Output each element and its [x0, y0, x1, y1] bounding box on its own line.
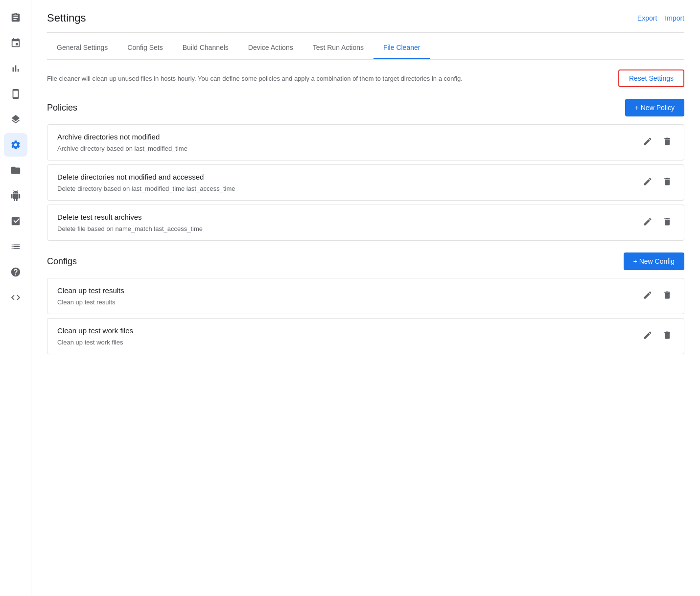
new-policy-button[interactable]: + New Policy — [625, 99, 684, 116]
sidebar-item-device[interactable] — [4, 82, 27, 106]
sidebar-item-chart[interactable] — [4, 57, 27, 80]
export-link[interactable]: Export — [637, 14, 657, 22]
policy-3-edit-button[interactable] — [641, 215, 654, 231]
policy-card-3-content: Delete test result archives Delete file … — [57, 213, 203, 232]
page-header: Settings Export Import — [47, 0, 684, 33]
policy-card-2-content: Delete directories not modified and acce… — [57, 173, 235, 192]
configs-section-header: Configs + New Config — [47, 252, 684, 270]
config-1-actions — [641, 288, 674, 304]
tab-file-cleaner[interactable]: File Cleaner — [373, 37, 430, 59]
policy-1-actions — [641, 135, 674, 151]
sidebar — [0, 0, 31, 596]
tabs-bar: General Settings Config Sets Build Chann… — [47, 37, 684, 60]
policy-1-delete-button[interactable] — [660, 135, 674, 151]
config-card-1-content: Clean up test results Clean up test resu… — [57, 286, 124, 306]
config-card-2-content: Clean up test work files Clean up test w… — [57, 326, 133, 346]
config-card-1: Clean up test results Clean up test resu… — [47, 278, 684, 314]
main-content: Settings Export Import General Settings … — [31, 0, 700, 596]
sidebar-item-calendar[interactable] — [4, 31, 27, 55]
configs-title: Configs — [47, 256, 77, 267]
config-2-delete-button[interactable] — [660, 328, 674, 344]
config-2-actions — [641, 328, 674, 344]
policy-3-actions — [641, 215, 674, 231]
tab-device-actions[interactable]: Device Actions — [238, 37, 303, 59]
policy-2-edit-button[interactable] — [641, 175, 654, 191]
policy-1-subtitle: Archive directory based on last_modified… — [57, 145, 187, 152]
policy-card-2: Delete directories not modified and acce… — [47, 164, 684, 201]
policies-title: Policies — [47, 103, 77, 113]
config-card-2: Clean up test work files Clean up test w… — [47, 318, 684, 354]
config-1-subtitle: Clean up test results — [57, 298, 124, 306]
policy-3-title: Delete test result archives — [57, 213, 203, 221]
config-2-subtitle: Clean up test work files — [57, 339, 133, 346]
page-title: Settings — [47, 12, 86, 24]
config-2-title: Clean up test work files — [57, 326, 133, 335]
tab-general-settings[interactable]: General Settings — [47, 37, 117, 59]
header-actions: Export Import — [637, 14, 684, 22]
sidebar-item-monitoring[interactable] — [4, 209, 27, 233]
description-bar: File cleaner will clean up unused files … — [47, 69, 684, 87]
sidebar-item-android[interactable] — [4, 184, 27, 207]
sidebar-item-list[interactable] — [4, 235, 27, 258]
sidebar-item-code[interactable] — [4, 286, 27, 309]
policy-3-subtitle: Delete file based on name_match last_acc… — [57, 225, 203, 232]
sidebar-item-help[interactable] — [4, 260, 27, 284]
config-1-edit-button[interactable] — [641, 288, 654, 304]
policy-2-delete-button[interactable] — [660, 175, 674, 191]
sidebar-item-clipboard[interactable] — [4, 6, 27, 29]
policy-1-title: Archive directories not modified — [57, 133, 187, 141]
description-text: File cleaner will clean up unused files … — [47, 75, 610, 82]
policy-card-1: Archive directories not modified Archive… — [47, 124, 684, 160]
policy-2-subtitle: Delete directory based on last_modified_… — [57, 185, 235, 192]
policy-3-delete-button[interactable] — [660, 215, 674, 231]
content-area: File cleaner will clean up unused files … — [47, 60, 684, 368]
tab-test-run-actions[interactable]: Test Run Actions — [303, 37, 373, 59]
policies-section-header: Policies + New Policy — [47, 99, 684, 116]
config-1-title: Clean up test results — [57, 286, 124, 295]
sidebar-item-settings[interactable] — [4, 133, 27, 157]
policy-card-1-content: Archive directories not modified Archive… — [57, 133, 187, 152]
import-link[interactable]: Import — [665, 14, 684, 22]
config-1-delete-button[interactable] — [660, 288, 674, 304]
config-2-edit-button[interactable] — [641, 328, 654, 344]
policy-2-title: Delete directories not modified and acce… — [57, 173, 235, 181]
sidebar-item-folder[interactable] — [4, 159, 27, 182]
policy-card-3: Delete test result archives Delete file … — [47, 205, 684, 241]
tab-config-sets[interactable]: Config Sets — [117, 37, 172, 59]
tab-build-channels[interactable]: Build Channels — [173, 37, 238, 59]
sidebar-item-layers[interactable] — [4, 108, 27, 131]
reset-settings-button[interactable]: Reset Settings — [618, 69, 684, 87]
policy-2-actions — [641, 175, 674, 191]
new-config-button[interactable]: + New Config — [624, 252, 684, 270]
policy-1-edit-button[interactable] — [641, 135, 654, 151]
